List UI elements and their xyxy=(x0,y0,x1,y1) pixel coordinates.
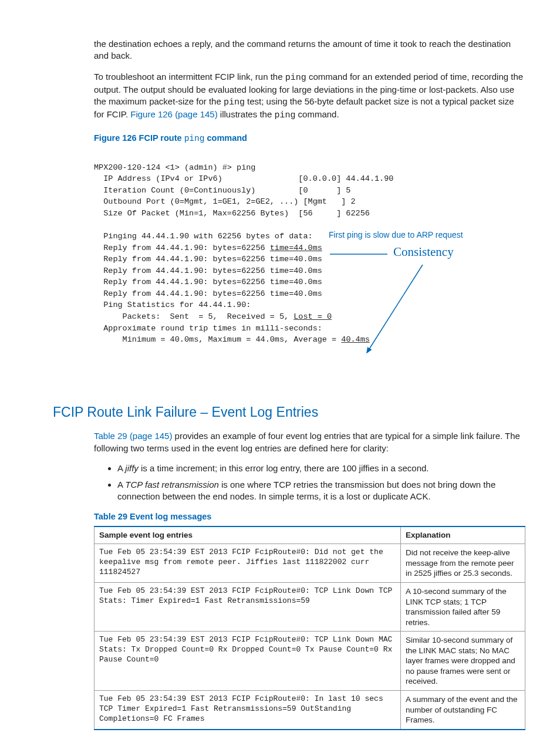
bullet2-a: A xyxy=(117,480,125,490)
bullet1-term: jiffy xyxy=(125,463,139,473)
fig-line-10: Reply from 44.44.1.90: bytes=62256 time=… xyxy=(94,278,322,286)
table-row: Tue Feb 05 23:54:39 EST 2013 FCIP FcipRo… xyxy=(95,583,525,632)
ping-code-3: ping xyxy=(274,110,295,120)
cell-expl-1: A 10-second summary of the LINK TCP stat… xyxy=(401,583,525,632)
table-29-caption: Table 29 Event log messages xyxy=(94,511,525,523)
fig126-cap-a: Figure 126 FCIP route xyxy=(94,133,184,143)
figure-126-content: MPX200-120-124 <1> (admin) #> ping IP Ad… xyxy=(94,150,525,386)
fig-line-2: Iteration Count (0=Continuously) [0 ] 5 xyxy=(94,186,350,195)
fig-line-14: Approximate round trip times in milli-se… xyxy=(94,324,322,333)
para-troubleshoot: To troubleshoot an intermittent FCIP lin… xyxy=(94,71,525,122)
para2-seg-e: command. xyxy=(295,109,339,119)
fig-line-4: Size Of Packet (Min=1, Max=62256 Bytes) … xyxy=(94,209,370,218)
bullet-jiffy: A jiffy is a time increment; in this err… xyxy=(117,463,525,474)
cell-sample-1: Tue Feb 05 23:54:39 EST 2013 FCIP FcipRo… xyxy=(95,583,401,632)
annotation-consistency: Consistency xyxy=(393,243,454,261)
cell-sample-2: Tue Feb 05 23:54:39 EST 2013 FCIP FcipRo… xyxy=(95,632,401,691)
event-log-table: Sample event log entries Explanation Tue… xyxy=(94,526,525,730)
svg-line-1 xyxy=(367,265,423,353)
heading-fcip-route-link-failure: FCIP Route Link Failure – Event Log Entr… xyxy=(53,403,525,421)
fig-line-11: Reply from 44.44.1.90: bytes=62256 time=… xyxy=(94,289,322,298)
bullet-tcp-fast-retransmission: A TCP fast retransmission is one where T… xyxy=(117,479,525,503)
fig-line-13b: Lost = 0 xyxy=(294,312,332,321)
cell-expl-0: Did not receive the keep-alive message f… xyxy=(401,544,525,583)
para-destination-echo: the destination echoes a reply, and the … xyxy=(94,38,525,62)
fig-line-6: Pinging 44.44.1.90 with 62256 bytes of d… xyxy=(94,232,313,241)
definitions-list: A jiffy is a time increment; in this err… xyxy=(94,463,525,503)
fig-line-8: Reply from 44.44.1.90: bytes=62256 time=… xyxy=(94,255,322,264)
fig-line-7a: Reply from 44.44.1.90: bytes=62256 xyxy=(94,244,270,252)
fig-line-15b: 40.4ms xyxy=(341,335,370,344)
fig-line-0: MPX200-120-124 <1> (admin) #> ping xyxy=(94,163,255,172)
annotation-first-ping: First ping is slow due to ARP request xyxy=(329,229,463,241)
fig126-cap-b: command xyxy=(204,133,247,143)
th-sample: Sample event log entries xyxy=(95,526,401,544)
table-row: Tue Feb 05 23:54:39 EST 2013 FCIP FcipRo… xyxy=(95,544,525,583)
fig-line-12: Ping Statistics for 44.44.1.90: xyxy=(94,301,251,309)
para2-seg-d: illustrates the xyxy=(218,109,275,119)
figure-126-link[interactable]: Figure 126 (page 145) xyxy=(130,109,217,119)
fcip-intro-para: Table 29 (page 145) provides an example … xyxy=(94,430,525,454)
para2-seg-a: To troubleshoot an intermittent FCIP lin… xyxy=(94,72,285,82)
bullet1-b: is a time increment; in this error log e… xyxy=(139,463,429,473)
fig-line-15a: Minimum = 40.0ms, Maximum = 44.0ms, Aver… xyxy=(94,335,341,344)
table-row: Tue Feb 05 23:54:39 EST 2013 FCIP FcipRo… xyxy=(95,632,525,691)
th-explanation: Explanation xyxy=(401,526,525,544)
cell-sample-3: Tue Feb 05 23:54:39 EST 2013 FCIP FcipRo… xyxy=(95,690,401,729)
figure-126-caption: Figure 126 FCIP route ping command xyxy=(94,133,525,145)
fig-line-9: Reply from 44.44.1.90: bytes=62256 time=… xyxy=(94,266,322,275)
cell-expl-3: A summary of the event and the number of… xyxy=(401,690,525,729)
consistency-arrow-icon xyxy=(323,247,429,364)
bullet2-term: TCP fast retransmission xyxy=(125,480,219,490)
table-row: Tue Feb 05 23:54:39 EST 2013 FCIP FcipRo… xyxy=(95,690,525,729)
fig-line-7b: time=44.0ms xyxy=(270,244,322,252)
table-29-link[interactable]: Table 29 (page 145) xyxy=(94,431,172,441)
cell-expl-2: Similar 10-second summary of the LINK MA… xyxy=(401,632,525,691)
bullet1-a: A xyxy=(117,463,125,473)
ping-code-2: ping xyxy=(224,97,245,107)
cell-sample-0: Tue Feb 05 23:54:39 EST 2013 FCIP FcipRo… xyxy=(95,544,401,583)
ping-code-1: ping xyxy=(285,73,306,83)
fig-line-1: IP Address (IPv4 or IPv6) [0.0.0.0] 44.4… xyxy=(94,174,393,183)
fig-line-13a: Packets: Sent = 5, Received = 5, xyxy=(94,312,294,321)
fig-line-3: Outbound Port (0=Mgmt, 1=GE1, 2=GE2, ...… xyxy=(94,197,356,206)
fig126-cap-ping: ping xyxy=(184,134,205,143)
